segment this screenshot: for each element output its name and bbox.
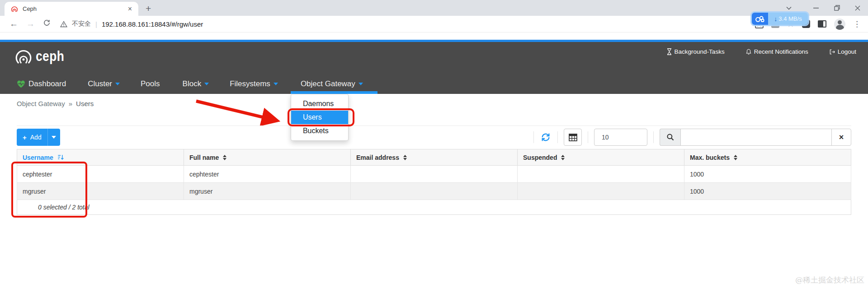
nav-label-block: Block xyxy=(183,79,202,88)
users-table: Username Full name xyxy=(17,149,851,200)
ceph-logo-icon xyxy=(14,47,33,65)
chevron-down-icon xyxy=(115,83,120,85)
cell-username: cephtester xyxy=(17,166,184,183)
dropdown-item-buckets[interactable]: Buckets xyxy=(291,124,348,138)
download-arrow-icon: ↓ xyxy=(774,15,777,23)
hourglass-icon xyxy=(666,48,672,55)
nav-label-filesystems: Filesystems xyxy=(230,79,270,88)
separator xyxy=(588,131,588,143)
new-tab-button[interactable]: + xyxy=(146,4,151,13)
nav-label-object-gateway: Object Gateway xyxy=(301,79,355,88)
nav-item-block[interactable]: Block xyxy=(183,74,209,94)
dropdown-item-users[interactable]: Users xyxy=(291,111,348,124)
cell-suspended xyxy=(518,183,684,200)
breadcrumb-current: Users xyxy=(76,100,94,107)
nav-label-cluster: Cluster xyxy=(88,79,112,88)
cell-full-name: mgruser xyxy=(184,183,351,200)
minimize-button[interactable] xyxy=(806,0,826,16)
tab-title: Ceph xyxy=(23,5,122,12)
clear-search-button[interactable]: × xyxy=(831,129,851,146)
nav-label-dashboard: Dashboard xyxy=(28,79,66,88)
sort-asc-icon xyxy=(57,154,64,161)
column-header-max-buckets[interactable]: Max. buckets xyxy=(684,149,851,166)
background-tasks-label: Background-Tasks xyxy=(675,48,725,55)
cell-username: mgruser xyxy=(17,183,184,200)
separator xyxy=(533,131,534,143)
breadcrumb: Object Gateway » Users xyxy=(17,100,94,107)
add-button[interactable]: + Add xyxy=(17,129,47,146)
watermark: @稀土掘金技术社区 xyxy=(795,275,864,285)
browser-chrome: Ceph × + ← → xyxy=(0,0,868,42)
nav-item-cluster[interactable]: Cluster xyxy=(88,74,120,94)
column-label-email: Email address xyxy=(356,154,399,161)
chevron-down-icon xyxy=(52,136,56,139)
nav-item-object-gateway[interactable]: Object Gateway Daemons Users Buckets xyxy=(301,74,363,94)
recent-notifications-link[interactable]: Recent Notifications xyxy=(745,48,808,55)
search-addon xyxy=(660,129,680,146)
chevron-down-icon xyxy=(359,83,363,85)
close-window-button[interactable] xyxy=(847,0,868,16)
cell-full-name: cephtester xyxy=(184,166,351,183)
omnibox[interactable]: 不安全 | 192.168.88.161:18843/#/rgw/user xyxy=(60,20,755,28)
add-button-label: Add xyxy=(30,134,42,141)
nav-item-pools[interactable]: Pools xyxy=(141,74,160,94)
ceph-logo[interactable]: ceph xyxy=(14,47,69,65)
download-speed-badge[interactable]: ↓ 3.4 MB/s xyxy=(752,13,808,25)
object-gateway-dropdown: Daemons Users Buckets xyxy=(291,94,349,141)
reload-icon[interactable] xyxy=(39,19,55,29)
cell-suspended xyxy=(518,166,684,183)
tab-close-icon[interactable]: × xyxy=(126,5,134,14)
header-links: Background-Tasks Recent Notifications Lo… xyxy=(666,48,856,55)
table-row-mgruser[interactable]: mgruser mgruser 1000 xyxy=(17,183,851,200)
refresh-button[interactable] xyxy=(540,132,552,142)
side-panel-icon[interactable] xyxy=(818,20,826,28)
page-body: Object Gateway » Users + Add xyxy=(0,94,868,288)
cell-email xyxy=(351,166,518,183)
column-label-full-name: Full name xyxy=(189,154,219,161)
netdisk-cloud-icon xyxy=(752,13,768,25)
column-label-username: Username xyxy=(23,154,53,161)
ceph-header: ceph Background-Tasks Recent Notificatio… xyxy=(0,42,868,94)
logout-link[interactable]: Logout xyxy=(829,48,856,55)
nav-label-pools: Pools xyxy=(141,79,160,88)
dropdown-users-label: Users xyxy=(303,113,322,121)
recent-notifications-label: Recent Notifications xyxy=(754,48,808,55)
download-speed-value: 3.4 MB/s xyxy=(778,15,802,22)
dropdown-item-daemons[interactable]: Daemons xyxy=(291,97,348,111)
breadcrumb-section[interactable]: Object Gateway xyxy=(17,100,65,107)
add-button-group: + Add xyxy=(17,129,60,146)
download-speed-text: ↓ 3.4 MB/s xyxy=(768,13,808,25)
nav-item-filesystems[interactable]: Filesystems xyxy=(230,74,278,94)
browser-menu-icon[interactable]: ⋮ xyxy=(853,19,861,29)
column-header-username[interactable]: Username xyxy=(17,149,184,166)
sort-updown-icon xyxy=(561,155,565,160)
restore-button[interactable] xyxy=(826,0,847,16)
search-input[interactable] xyxy=(680,129,832,146)
toolbar-right-group: × xyxy=(528,129,851,146)
browser-tab-ceph[interactable]: Ceph × xyxy=(5,2,138,16)
background-tasks-link[interactable]: Background-Tasks xyxy=(666,48,725,55)
column-header-suspended[interactable]: Suspended xyxy=(518,149,684,166)
back-icon[interactable]: ← xyxy=(5,19,22,29)
table-selection-status: 0 selected / 2 total xyxy=(17,200,851,215)
breadcrumb-separator: » xyxy=(69,100,72,107)
column-header-full-name[interactable]: Full name xyxy=(184,149,351,166)
column-header-email[interactable]: Email address xyxy=(351,149,518,166)
column-toggle-button[interactable] xyxy=(564,129,582,146)
red-annotation-arrow xyxy=(193,97,291,125)
nav-item-dashboard[interactable]: Dashboard xyxy=(17,74,66,94)
add-dropdown-toggle[interactable] xyxy=(47,129,60,146)
separator xyxy=(653,131,654,143)
profile-avatar[interactable] xyxy=(834,19,845,30)
table-grid-icon xyxy=(569,134,577,141)
url-text[interactable]: 192.168.88.161:18843/#/rgw/user xyxy=(102,20,203,28)
forward-icon[interactable]: → xyxy=(22,19,39,29)
ceph-favicon-icon xyxy=(11,5,18,13)
table-row-cephtester[interactable]: cephtester cephtester 1000 xyxy=(17,166,851,183)
page-size-input[interactable] xyxy=(594,129,647,146)
logout-label: Logout xyxy=(838,48,856,55)
search-icon xyxy=(666,133,675,141)
security-label[interactable]: 不安全 xyxy=(72,20,91,28)
cell-email xyxy=(351,183,518,200)
logout-icon xyxy=(829,49,835,55)
